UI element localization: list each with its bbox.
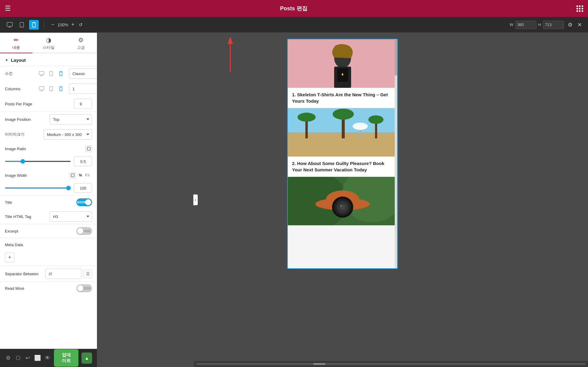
image-ratio-slider-row bbox=[0, 155, 97, 169]
image-ratio-toggle-icon[interactable] bbox=[85, 145, 92, 152]
skin-tablet-icon[interactable] bbox=[47, 70, 55, 78]
skin-label: 스킨 bbox=[5, 71, 35, 76]
separator-menu-btn[interactable]: ☰ bbox=[84, 269, 92, 278]
skin-desktop-icon[interactable] bbox=[38, 70, 45, 78]
content-tab-label: 내용 bbox=[12, 45, 20, 50]
content-tab-icon: ✏ bbox=[14, 36, 19, 44]
preview-post-3 bbox=[288, 177, 397, 226]
image-ratio-value[interactable] bbox=[74, 157, 92, 166]
read-more-label: Read More bbox=[5, 286, 35, 291]
desktop-device-btn[interactable] bbox=[5, 20, 15, 30]
excerpt-hide-toggle: HIDE bbox=[76, 227, 92, 235]
cols-desktop-icon[interactable] bbox=[38, 85, 45, 93]
image-width-slider[interactable] bbox=[5, 187, 71, 189]
image-width-toggle-icon[interactable] bbox=[69, 172, 76, 179]
width-input[interactable] bbox=[515, 21, 537, 29]
posts-per-page-input[interactable] bbox=[74, 99, 92, 109]
collapse-icon: ▼ bbox=[5, 58, 8, 62]
meta-data-add-btn[interactable]: + bbox=[5, 253, 15, 262]
posts-per-page-controls bbox=[38, 99, 92, 109]
advanced-tab-label: 고급 bbox=[77, 45, 85, 50]
image-size-select[interactable]: Medium - 300 x 300 Thumbnail - 150 x 150… bbox=[44, 129, 92, 140]
grid-icon[interactable] bbox=[576, 5, 583, 12]
svg-rect-8 bbox=[39, 71, 44, 75]
columns-select[interactable]: 1 2 3 4 bbox=[69, 84, 97, 94]
settings-bottom-icon[interactable]: ⚙ bbox=[5, 352, 12, 363]
image-width-controls: % PX bbox=[38, 172, 92, 179]
cols-mobile-icon[interactable] bbox=[57, 85, 65, 93]
cols-tablet-icon[interactable] bbox=[47, 85, 55, 93]
zoom-in-btn[interactable]: + bbox=[70, 21, 76, 28]
title-html-tag-row: Title HTML Tag H1 H2 H3 H4 H5 H6 p div bbox=[0, 209, 97, 224]
height-input[interactable] bbox=[543, 21, 564, 29]
svg-rect-16 bbox=[39, 87, 44, 90]
unit-switcher: % PX bbox=[78, 173, 91, 178]
zoom-out-btn[interactable]: − bbox=[50, 21, 56, 28]
excerpt-row: Excerpt HIDE bbox=[0, 224, 97, 238]
excerpt-toggle[interactable]: HIDE bbox=[76, 227, 92, 235]
zoom-reset-btn[interactable]: ↺ bbox=[78, 21, 84, 28]
image-width-slider-group bbox=[5, 183, 92, 193]
skin-select[interactable]: Classic Modern Card bbox=[69, 68, 97, 79]
settings-icon[interactable]: ⚙ bbox=[566, 20, 574, 29]
hscrollbar-track[interactable] bbox=[196, 363, 586, 365]
posts-per-page-label: Posts Per Page bbox=[5, 102, 35, 106]
image-width-slider-row bbox=[0, 182, 97, 195]
svg-text:✋: ✋ bbox=[341, 73, 344, 76]
preview-scrollbar[interactable] bbox=[395, 39, 397, 268]
columns-device-icons bbox=[38, 85, 65, 93]
advanced-tab-icon: ⚙ bbox=[78, 36, 84, 44]
history-bottom-icon[interactable]: ↩ bbox=[25, 352, 31, 363]
layers-bottom-icon[interactable]: ⬡ bbox=[15, 352, 21, 363]
title-toggle[interactable]: SHOW bbox=[76, 198, 92, 206]
mobile-device-btn[interactable] bbox=[29, 20, 39, 30]
title-html-tag-label: Title HTML Tag bbox=[5, 214, 35, 219]
hamburger-icon[interactable]: ☰ bbox=[5, 5, 11, 12]
meta-data-add-row: + bbox=[0, 251, 97, 266]
layout-section-header[interactable]: ▼ Layout bbox=[0, 53, 97, 66]
tablet-device-btn[interactable] bbox=[17, 20, 27, 30]
image-width-value[interactable] bbox=[74, 183, 92, 193]
preview-bottom-icon[interactable]: 👁 bbox=[44, 352, 51, 363]
read-more-toggle[interactable]: HIDE bbox=[76, 284, 92, 292]
preview-post-1: ✋ 1. Skeleton T-Shirts Are the New Thing… bbox=[288, 39, 397, 108]
image-position-label: Image Position bbox=[5, 117, 35, 122]
close-icon[interactable]: ✕ bbox=[576, 20, 583, 29]
svg-point-38 bbox=[297, 113, 316, 122]
columns-controls: 1 2 3 4 bbox=[38, 84, 97, 94]
preview-frame: ✋ 1. Skeleton T-Shirts Are the New Thing… bbox=[287, 39, 398, 269]
tab-content[interactable]: ✏ 내용 bbox=[0, 33, 32, 53]
update-arrow-button[interactable]: ▲ bbox=[81, 352, 92, 364]
image-position-controls: Top Left Right None bbox=[38, 114, 92, 124]
update-button[interactable]: 업데이트 bbox=[54, 349, 78, 367]
tab-advanced[interactable]: ⚙ 고급 bbox=[65, 33, 97, 53]
columns-row: Columns 1 2 bbox=[0, 81, 97, 96]
zoom-controls: − 100% + ↺ bbox=[50, 21, 84, 28]
percent-unit-btn[interactable]: % bbox=[78, 173, 83, 178]
excerpt-label: Excerpt bbox=[5, 229, 35, 233]
app-title: Posts 편집 bbox=[15, 5, 573, 12]
title-html-tag-select[interactable]: H1 H2 H3 H4 H5 H6 p div bbox=[50, 211, 92, 222]
style-tab-icon: ◑ bbox=[46, 36, 51, 44]
image-position-select[interactable]: Top Left Right None bbox=[50, 114, 92, 124]
svg-rect-24 bbox=[87, 147, 90, 150]
tab-style[interactable]: ◑ 스타일 bbox=[32, 33, 65, 53]
separator-between-label: Separator Between bbox=[5, 272, 38, 276]
skin-mobile-icon[interactable] bbox=[57, 70, 65, 78]
panel-collapse-btn[interactable]: ‹ bbox=[193, 194, 198, 205]
px-unit-btn[interactable]: PX bbox=[84, 173, 91, 178]
hscrollbar-thumb[interactable] bbox=[313, 363, 325, 365]
skin-controls: Classic Modern Card bbox=[38, 68, 97, 79]
image-ratio-label: Image Ratio bbox=[5, 147, 35, 151]
skin-device-icons bbox=[38, 70, 65, 78]
title-toggle-area: SHOW bbox=[38, 198, 92, 206]
preview-scrollbar-thumb[interactable] bbox=[395, 39, 397, 76]
svg-point-44 bbox=[353, 123, 368, 130]
skin-row: 스킨 Classic bbox=[0, 66, 97, 81]
post-title-2: 2. How About Some Guilty Pleasure? Book … bbox=[288, 157, 397, 177]
svg-rect-25 bbox=[71, 174, 74, 177]
read-more-toggle-area: HIDE bbox=[38, 284, 92, 292]
responsive-bottom-icon[interactable]: ⬜ bbox=[34, 352, 41, 363]
separator-between-input[interactable] bbox=[45, 269, 82, 279]
image-ratio-slider[interactable] bbox=[5, 161, 71, 162]
